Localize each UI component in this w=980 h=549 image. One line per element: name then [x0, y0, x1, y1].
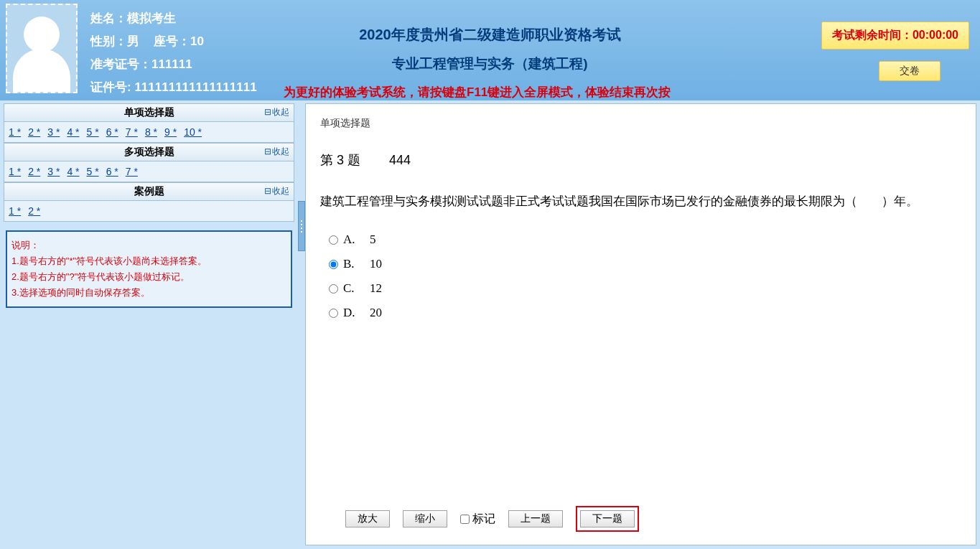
single-nav-link-9[interactable]: 9 * — [164, 126, 177, 138]
question-content-area: 单项选择题 第 3 题 444 建筑工程管理与实务模拟测试试题非正式考试试题我国… — [305, 103, 976, 545]
panel-splitter[interactable] — [298, 100, 305, 549]
single-nav-link-5[interactable]: 5 * — [87, 126, 99, 138]
single-nav-link-6[interactable]: 6 * — [106, 126, 118, 138]
instructions-line2: 2.题号右方的"?"符号代表该小题做过标记。 — [11, 269, 286, 285]
option-label: C. — [343, 276, 366, 301]
seat-value: 10 — [190, 34, 204, 48]
single-nav-link-2[interactable]: 2 * — [28, 126, 40, 138]
multi-nav-link-6[interactable]: 6 * — [106, 166, 118, 177]
option-row-A[interactable]: A.5 — [329, 227, 961, 252]
submit-exam-button[interactable]: 交卷 — [879, 61, 941, 81]
option-label: B. — [343, 252, 366, 276]
single-nav-link-1[interactable]: 1 * — [9, 126, 21, 138]
option-row-B[interactable]: B.10 — [329, 252, 961, 276]
exam-header: 姓名：模拟考生 性别：男 座号：10 准考证号：111111 证件号: 1111… — [0, 0, 980, 100]
admission-value: 111111 — [151, 57, 192, 71]
gender-label: 性别： — [90, 34, 127, 48]
multi-choice-title: 多项选择题 — [124, 146, 174, 157]
single-nav-link-4[interactable]: 4 * — [67, 126, 79, 138]
gender-value: 男 — [127, 34, 139, 48]
question-text: 建筑工程管理与实务模拟测试试题非正式考试试题我国在国际市场已发行的金融债券的最长… — [320, 190, 961, 213]
question-header: 第 3 题 444 — [320, 151, 961, 169]
name-value: 模拟考生 — [127, 11, 176, 25]
multi-choice-section: 多项选择题 收起 1 *2 *3 *4 *5 *6 *7 * — [4, 143, 294, 182]
option-row-D[interactable]: D.20 — [329, 301, 961, 325]
single-nav-link-10[interactable]: 10 * — [184, 126, 202, 138]
option-text: 5 — [370, 227, 376, 252]
question-type-label: 单项选择题 — [320, 117, 961, 130]
single-nav-link-8[interactable]: 8 * — [145, 126, 157, 138]
option-radio-C[interactable] — [329, 284, 338, 294]
exam-title-line2: 专业工程管理与实务（建筑工程) — [359, 55, 621, 73]
fullscreen-notice: 为更好的体验考试系统，请按键盘F11键进入全屏模式，体验结束再次按 — [284, 84, 671, 100]
option-label: D. — [343, 301, 366, 325]
id-label: 证件号: — [90, 80, 131, 94]
next-button-highlight: 下一题 — [576, 506, 639, 532]
option-radio-B[interactable] — [329, 260, 338, 269]
name-label: 姓名： — [90, 11, 127, 25]
mark-label: 标记 — [472, 512, 495, 527]
mark-checkbox[interactable] — [460, 515, 470, 524]
zoom-out-button[interactable]: 缩小 — [403, 510, 447, 527]
instructions-title: 说明： — [11, 238, 286, 253]
id-value: 111111111111111111 — [134, 80, 256, 94]
collapse-multi-button[interactable]: 收起 — [264, 146, 289, 158]
candidate-photo-placeholder — [6, 4, 78, 93]
seat-label: 座号： — [154, 34, 190, 48]
single-nav-link-7[interactable]: 7 * — [126, 126, 138, 138]
option-label: A. — [343, 227, 366, 252]
instructions-box: 说明： 1.题号右方的"*"符号代表该小题尚未选择答案。 2.题号右方的"?"符… — [6, 230, 292, 308]
timer-value: 00:00:00 — [913, 29, 958, 41]
multi-nav-link-5[interactable]: 5 * — [87, 166, 99, 177]
options-container: A.5B.10C.12D.20 — [320, 227, 961, 325]
splitter-handle-icon — [298, 201, 305, 251]
option-radio-D[interactable] — [329, 309, 338, 318]
single-choice-title: 单项选择题 — [124, 106, 174, 118]
multi-nav-link-7[interactable]: 7 * — [126, 166, 138, 177]
admission-label: 准考证号： — [90, 57, 151, 71]
multi-nav-link-4[interactable]: 4 * — [67, 166, 79, 177]
single-choice-section: 单项选择题 收起 1 *2 *3 *4 *5 *6 *7 *8 *9 *10 * — [4, 103, 294, 143]
question-navigator-sidebar: 单项选择题 收起 1 *2 *3 *4 *5 *6 *7 *8 *9 *10 *… — [0, 100, 298, 549]
candidate-info: 姓名：模拟考生 性别：男 座号：10 准考证号：111111 证件号: 1111… — [78, 4, 257, 100]
exam-title-line1: 2020年度贵州省二级建造师职业资格考试 — [359, 25, 621, 44]
multi-nav-link-1[interactable]: 1 * — [9, 166, 21, 177]
exam-title: 2020年度贵州省二级建造师职业资格考试 专业工程管理与实务（建筑工程) — [359, 25, 621, 73]
collapse-case-button[interactable]: 收起 — [264, 185, 289, 197]
bottom-controls: 放大 缩小 标记 上一题 下一题 — [320, 497, 961, 532]
case-nav-link-2[interactable]: 2 * — [28, 205, 40, 217]
instructions-line3: 3.选择选项的同时自动保存答案。 — [11, 285, 286, 301]
mark-checkbox-wrapper[interactable]: 标记 — [460, 512, 495, 527]
timer-box: 考试剩余时间：00:00:00 — [821, 22, 969, 50]
prev-question-button[interactable]: 上一题 — [508, 510, 563, 527]
question-code: 444 — [389, 153, 411, 167]
collapse-single-button[interactable]: 收起 — [264, 106, 289, 118]
option-text: 10 — [370, 252, 382, 276]
case-nav-link-1[interactable]: 1 * — [9, 205, 21, 217]
case-section: 案例题 收起 1 *2 * — [4, 182, 294, 222]
timer-label: 考试剩余时间： — [832, 29, 913, 41]
option-text: 20 — [370, 301, 382, 325]
option-text: 12 — [370, 276, 382, 301]
next-question-button[interactable]: 下一题 — [580, 510, 635, 527]
single-nav-link-3[interactable]: 3 * — [47, 126, 60, 138]
case-title: 案例题 — [134, 185, 164, 197]
zoom-in-button[interactable]: 放大 — [345, 510, 390, 527]
option-radio-A[interactable] — [329, 235, 338, 245]
multi-nav-link-3[interactable]: 3 * — [47, 166, 60, 177]
option-row-C[interactable]: C.12 — [329, 276, 961, 301]
instructions-line1: 1.题号右方的"*"符号代表该小题尚未选择答案。 — [11, 253, 286, 269]
multi-nav-link-2[interactable]: 2 * — [28, 166, 40, 177]
